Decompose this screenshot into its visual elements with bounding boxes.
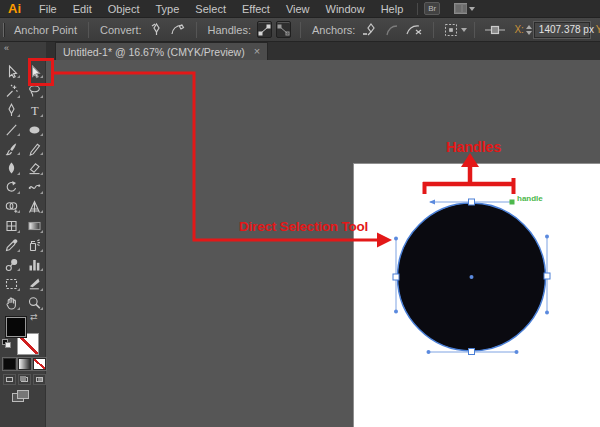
type-tool[interactable]: T: [23, 101, 46, 120]
gradient-tool[interactable]: [23, 216, 46, 235]
cut-path-button[interactable]: [405, 22, 423, 37]
zoom-tool[interactable]: [23, 294, 46, 313]
convert-to-smooth-button[interactable]: [170, 22, 186, 37]
chevron-down-icon: [461, 28, 467, 32]
workspace-grid-icon: [454, 3, 467, 14]
draw-normal-button[interactable]: [3, 374, 16, 385]
draw-behind-button[interactable]: [18, 374, 31, 385]
illustrator-window: Ai FileEditObjectTypeSelectEffectViewWin…: [0, 0, 600, 427]
blob-brush-tool[interactable]: [0, 158, 23, 177]
svg-text:T: T: [31, 104, 39, 118]
rotate-tool[interactable]: [0, 178, 23, 197]
separator: [433, 22, 434, 38]
menu-select[interactable]: Select: [187, 3, 234, 15]
menu-object[interactable]: Object: [100, 3, 148, 15]
menubar-separator: [417, 3, 418, 15]
workspace-switcher-button[interactable]: [454, 3, 475, 14]
pencil-tool[interactable]: [23, 139, 46, 158]
canvas[interactable]: [46, 60, 600, 427]
menu-view[interactable]: View: [278, 3, 318, 15]
chevron-down-icon: [469, 7, 475, 11]
close-icon[interactable]: ×: [254, 46, 260, 57]
menu-items: FileEditObjectTypeSelectEffectViewWindow…: [31, 3, 411, 15]
handle-annotation-label: handle: [517, 194, 543, 203]
fill-color-swatch[interactable]: [5, 316, 27, 338]
direct-selection-annotation-label: Direct Selection Tool: [239, 219, 368, 234]
x-value-field[interactable]: 1407.378 px: [534, 22, 590, 38]
column-graph-tool[interactable]: [23, 255, 46, 274]
y-label: Y:: [596, 24, 600, 35]
control-bar-title: Anchor Point: [14, 24, 77, 36]
convert-label: Convert:: [100, 24, 142, 36]
main-area: T ⇄: [0, 60, 600, 427]
mesh-tool[interactable]: [0, 216, 23, 235]
reference-point-button[interactable]: [444, 23, 458, 37]
hand-tool[interactable]: [0, 294, 23, 313]
panel-grip[interactable]: [3, 23, 5, 37]
menu-type[interactable]: Type: [148, 3, 188, 15]
handles-annotation-label: Handles: [446, 139, 501, 155]
none-button[interactable]: [33, 358, 46, 370]
draw-inside-button[interactable]: [33, 374, 46, 385]
ellipse-tool[interactable]: [23, 120, 46, 139]
menu-effect[interactable]: Effect: [234, 3, 278, 15]
convert-to-corner-button[interactable]: [149, 22, 164, 37]
menu-help[interactable]: Help: [373, 3, 412, 15]
separator: [474, 22, 475, 38]
default-fill-stroke-icon[interactable]: [2, 339, 12, 349]
swap-fill-stroke-icon[interactable]: ⇄: [30, 312, 38, 322]
menu-bar: Ai FileEditObjectTypeSelectEffectViewWin…: [0, 0, 600, 18]
eraser-tool[interactable]: [23, 158, 46, 177]
connect-anchors-button[interactable]: [385, 23, 399, 37]
bridge-button[interactable]: Br: [424, 2, 440, 15]
document-tab-title: Untitled-1* @ 16.67% (CMYK/Preview): [63, 46, 245, 58]
document-tab[interactable]: Untitled-1* @ 16.67% (CMYK/Preview) ×: [55, 42, 268, 60]
artboard-tool[interactable]: [0, 274, 23, 293]
screen-mode-button[interactable]: [12, 390, 30, 403]
isolate-object-icon[interactable]: [485, 25, 505, 35]
shape-builder-tool[interactable]: [0, 197, 23, 216]
anchors-label: Anchors:: [312, 24, 355, 36]
perspective-grid-tool[interactable]: [23, 197, 46, 216]
selection-tool[interactable]: [0, 62, 23, 81]
artboard[interactable]: [353, 163, 600, 427]
separator: [196, 22, 197, 38]
app-logo: Ai: [8, 1, 21, 16]
menu-edit[interactable]: Edit: [65, 3, 100, 15]
tools-panel: T ⇄: [0, 60, 46, 427]
direct-selection-highlight-box: [28, 58, 54, 86]
separator: [300, 22, 301, 38]
slice-tool[interactable]: [23, 274, 46, 293]
line-segment-tool[interactable]: [0, 120, 23, 139]
remove-anchor-button[interactable]: [362, 22, 379, 37]
x-stepper[interactable]: [526, 25, 532, 35]
control-bar: Anchor Point Convert: Handles: Anchors:: [0, 18, 600, 42]
tab-bar: « Untitled-1* @ 16.67% (CMYK/Preview) ×: [0, 42, 600, 60]
show-handles-button[interactable]: [257, 21, 272, 38]
menu-file[interactable]: File: [31, 3, 65, 15]
hide-handles-button[interactable]: [276, 21, 291, 38]
magic-wand-tool[interactable]: [0, 81, 23, 100]
eyedropper-tool[interactable]: [0, 236, 23, 255]
color-button[interactable]: [3, 358, 16, 370]
pen-tool[interactable]: [0, 101, 23, 120]
width-tool[interactable]: [23, 178, 46, 197]
blend-tool[interactable]: [0, 255, 23, 274]
x-label: X:: [514, 24, 523, 35]
symbol-sprayer-tool[interactable]: [23, 236, 46, 255]
menu-window[interactable]: Window: [318, 3, 373, 15]
handles-label: Handles:: [208, 24, 251, 36]
separator: [88, 22, 89, 38]
gradient-button[interactable]: [18, 358, 31, 370]
paintbrush-tool[interactable]: [0, 139, 23, 158]
